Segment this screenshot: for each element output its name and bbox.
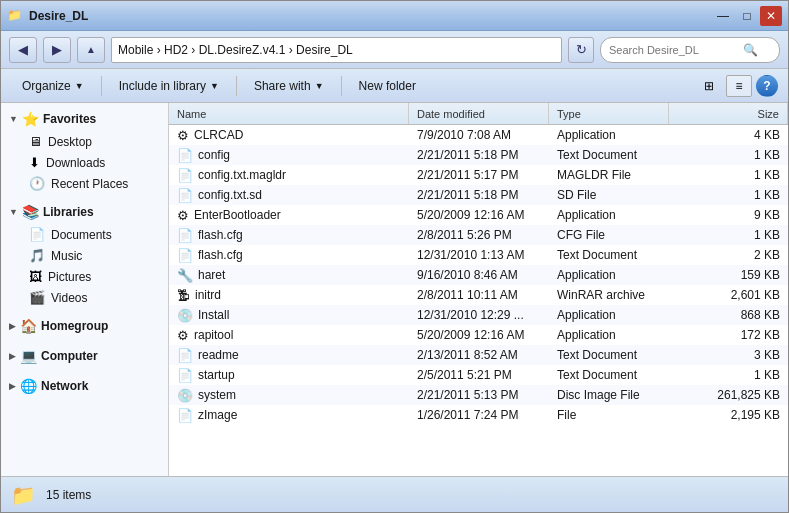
file-date: 2/21/2011 5:13 PM (409, 386, 549, 404)
refresh-button[interactable]: ↻ (568, 37, 594, 63)
table-row[interactable]: ⚙ EnterBootloader 5/20/2009 12:16 AM App… (169, 205, 788, 225)
file-name: Install (198, 308, 229, 322)
file-size: 4 KB (669, 126, 788, 144)
sidebar-videos-label: Videos (51, 291, 87, 305)
favorites-arrow-icon: ▼ (9, 114, 18, 124)
sidebar-item-downloads[interactable]: ⬇ Downloads (1, 152, 168, 173)
sidebar-item-music[interactable]: 🎵 Music (1, 245, 168, 266)
library-button[interactable]: Include in library ▼ (108, 73, 230, 99)
file-type: File (549, 406, 669, 424)
up-button[interactable]: ▲ (77, 37, 105, 63)
file-type: SD File (549, 186, 669, 204)
sidebar-item-pictures[interactable]: 🖼 Pictures (1, 266, 168, 287)
organize-chevron-icon: ▼ (75, 81, 84, 91)
maximize-button[interactable]: □ (736, 6, 758, 26)
sidebar-group-computer[interactable]: ▶ 💻 Computer (1, 344, 168, 368)
table-row[interactable]: 📄 config.txt.magldr 2/21/2011 5:17 PM MA… (169, 165, 788, 185)
table-row[interactable]: ⚙ rapitool 5/20/2009 12:16 AM Applicatio… (169, 325, 788, 345)
file-icon: 🗜 (177, 288, 190, 303)
sidebar-section-network: ▶ 🌐 Network (1, 374, 168, 398)
file-date: 5/20/2009 12:16 AM (409, 206, 549, 224)
file-icon: ⚙ (177, 328, 189, 343)
window: 📁 Desire_DL — □ ✕ ◀ ▶ ▲ Mobile › HD2 › D… (0, 0, 789, 513)
forward-button[interactable]: ▶ (43, 37, 71, 63)
sidebar-section-homegroup: ▶ 🏠 Homegroup (1, 314, 168, 338)
network-label: Network (41, 379, 88, 393)
sidebar-documents-label: Documents (51, 228, 112, 242)
favorites-star-icon: ⭐ (22, 111, 39, 127)
table-row[interactable]: 🗜 initrd 2/8/2011 10:11 AM WinRAR archiv… (169, 285, 788, 305)
search-icon: 🔍 (743, 43, 758, 57)
breadcrumb[interactable]: Mobile › HD2 › DL.DesireZ.v4.1 › Desire_… (111, 37, 562, 63)
file-size: 261,825 KB (669, 386, 788, 404)
title-bar: 📁 Desire_DL — □ ✕ (1, 1, 788, 31)
column-header-type[interactable]: Type (549, 103, 669, 124)
main-content: ▼ ⭐ Favorites 🖥 Desktop ⬇ Downloads 🕐 Re… (1, 103, 788, 476)
file-date: 2/21/2011 5:18 PM (409, 146, 549, 164)
share-button[interactable]: Share with ▼ (243, 73, 335, 99)
file-name: initrd (195, 288, 221, 302)
file-size: 2,601 KB (669, 286, 788, 304)
file-name: config.txt.magldr (198, 168, 286, 182)
column-header-name[interactable]: Name (169, 103, 409, 124)
file-icon: ⚙ (177, 208, 189, 223)
sidebar-group-homegroup[interactable]: ▶ 🏠 Homegroup (1, 314, 168, 338)
pictures-icon: 🖼 (29, 269, 42, 284)
file-type: Text Document (549, 366, 669, 384)
table-row[interactable]: 📄 startup 2/5/2011 5:21 PM Text Document… (169, 365, 788, 385)
search-bar[interactable]: 🔍 (600, 37, 780, 63)
table-row[interactable]: 📄 config.txt.sd 2/21/2011 5:18 PM SD Fil… (169, 185, 788, 205)
share-label: Share with (254, 79, 311, 93)
library-label: Include in library (119, 79, 206, 93)
back-button[interactable]: ◀ (9, 37, 37, 63)
table-row[interactable]: 📄 config 2/21/2011 5:18 PM Text Document… (169, 145, 788, 165)
sidebar-section-favorites: ▼ ⭐ Favorites 🖥 Desktop ⬇ Downloads 🕐 Re… (1, 107, 168, 194)
file-size: 1 KB (669, 166, 788, 184)
file-icon: 📄 (177, 348, 193, 363)
file-date: 2/8/2011 10:11 AM (409, 286, 549, 304)
sidebar-section-libraries: ▼ 📚 Libraries 📄 Documents 🎵 Music 🖼 Pict… (1, 200, 168, 308)
table-row[interactable]: 📄 readme 2/13/2011 8:52 AM Text Document… (169, 345, 788, 365)
sidebar-group-libraries[interactable]: ▼ 📚 Libraries (1, 200, 168, 224)
minimize-button[interactable]: — (712, 6, 734, 26)
file-icon: 🔧 (177, 268, 193, 283)
file-icon: 📄 (177, 228, 193, 243)
file-name: rapitool (194, 328, 233, 342)
file-type: Application (549, 306, 669, 324)
column-name-label: Name (177, 108, 206, 120)
sidebar-desktop-label: Desktop (48, 135, 92, 149)
column-header-date[interactable]: Date modified (409, 103, 549, 124)
sidebar-group-favorites[interactable]: ▼ ⭐ Favorites (1, 107, 168, 131)
newfolder-button[interactable]: New folder (348, 73, 427, 99)
organize-label: Organize (22, 79, 71, 93)
table-row[interactable]: 📄 zImage 1/26/2011 7:24 PM File 2,195 KB (169, 405, 788, 425)
view-list-button[interactable]: ≡ (726, 75, 752, 97)
music-icon: 🎵 (29, 248, 45, 263)
file-name: config.txt.sd (198, 188, 262, 202)
search-input[interactable] (609, 44, 739, 56)
sidebar-item-desktop[interactable]: 🖥 Desktop (1, 131, 168, 152)
help-button[interactable]: ? (756, 75, 778, 97)
sidebar-item-recent[interactable]: 🕐 Recent Places (1, 173, 168, 194)
sidebar-item-documents[interactable]: 📄 Documents (1, 224, 168, 245)
close-button[interactable]: ✕ (760, 6, 782, 26)
file-name: startup (198, 368, 235, 382)
file-type: MAGLDR File (549, 166, 669, 184)
file-icon: 💿 (177, 388, 193, 403)
table-row[interactable]: 📄 flash.cfg 12/31/2010 1:13 AM Text Docu… (169, 245, 788, 265)
share-chevron-icon: ▼ (315, 81, 324, 91)
table-row[interactable]: 🔧 haret 9/16/2010 8:46 AM Application 15… (169, 265, 788, 285)
column-header-size[interactable]: Size (669, 103, 788, 124)
table-row[interactable]: 📄 flash.cfg 2/8/2011 5:26 PM CFG File 1 … (169, 225, 788, 245)
sidebar-group-network[interactable]: ▶ 🌐 Network (1, 374, 168, 398)
file-type: WinRAR archive (549, 286, 669, 304)
file-icon: 📄 (177, 368, 193, 383)
table-row[interactable]: ⚙ CLRCAD 7/9/2010 7:08 AM Application 4 … (169, 125, 788, 145)
file-size: 1 KB (669, 226, 788, 244)
organize-button[interactable]: Organize ▼ (11, 73, 95, 99)
table-row[interactable]: 💿 system 2/21/2011 5:13 PM Disc Image Fi… (169, 385, 788, 405)
table-row[interactable]: 💿 Install 12/31/2010 12:29 ... Applicati… (169, 305, 788, 325)
view-tiles-button[interactable]: ⊞ (696, 75, 722, 97)
title-buttons: — □ ✕ (712, 6, 782, 26)
sidebar-item-videos[interactable]: 🎬 Videos (1, 287, 168, 308)
